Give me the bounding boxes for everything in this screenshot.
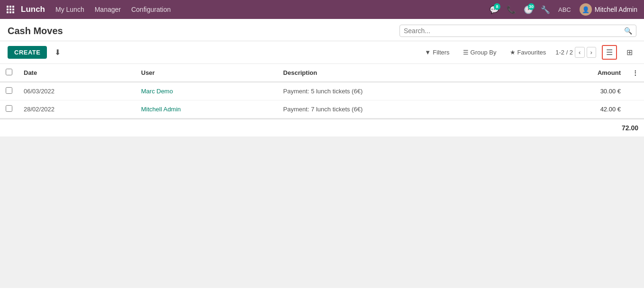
row-options-cell	[626, 100, 644, 118]
avatar: 👤	[580, 3, 592, 16]
menu-my-lunch[interactable]: My Lunch	[51, 4, 89, 15]
user-column-header: User	[136, 64, 278, 82]
group-by-label: Group By	[471, 49, 497, 56]
amount-cell: 30.00 €	[530, 82, 626, 100]
description-cell: Payment: 5 lunch tickets (6€)	[278, 82, 530, 100]
user-link[interactable]: Marc Demo	[141, 88, 173, 95]
row-options-cell	[626, 82, 644, 100]
messages-badge: 8	[494, 3, 500, 10]
pagination-next-button[interactable]: ›	[587, 47, 596, 58]
description-column-header: Description	[278, 64, 530, 82]
menu-configuration[interactable]: Configuration	[127, 4, 175, 15]
table-footer: 72.00	[0, 118, 644, 136]
group-by-icon: ☰	[463, 49, 469, 56]
menu-manager[interactable]: Manager	[90, 4, 126, 15]
date-cell: 28/02/2022	[18, 100, 136, 118]
favourites-label: Favourites	[517, 49, 546, 56]
search-bar[interactable]: 🔍	[399, 25, 636, 37]
row-checkbox[interactable]	[6, 87, 12, 94]
user-menu-button[interactable]: 👤 Mitchell Admin	[577, 2, 640, 17]
description-cell: Payment: 7 lunch tickets (6€)	[278, 100, 530, 118]
list-view-icon: ☰	[606, 48, 613, 57]
row-checkbox[interactable]	[6, 105, 12, 112]
wrench-icon: 🔧	[541, 5, 550, 14]
empty-area	[0, 136, 644, 288]
data-table: Date User Description Amount ⋮ 06/03/202…	[0, 64, 644, 118]
filters-button[interactable]: ▼ Filters	[421, 47, 453, 58]
download-icon: ⬇	[54, 48, 61, 56]
column-options-button[interactable]: ⋮	[626, 64, 644, 82]
phone-icon: 📞	[507, 5, 516, 14]
action-right: ▼ Filters ☰ Group By ★ Favourites 1-2 / …	[421, 45, 636, 60]
apps-grid-icon	[7, 6, 14, 13]
row-checkbox-cell[interactable]	[0, 100, 18, 118]
kanban-view-icon: ⊞	[626, 48, 633, 57]
messages-button[interactable]: 💬 8	[487, 2, 501, 17]
action-left: CREATE ⬇	[8, 46, 64, 59]
total-amount: 72.00	[622, 124, 638, 132]
phone-button[interactable]: 📞	[504, 2, 518, 17]
user-link[interactable]: Mitchell Admin	[141, 106, 181, 113]
amount-column-header: Amount	[530, 64, 626, 82]
user-cell[interactable]: Mitchell Admin	[136, 100, 278, 118]
activity-badge: 30	[528, 3, 535, 10]
favourites-button[interactable]: ★ Favourites	[506, 47, 550, 58]
topnav-right-actions: 💬 8 📞 🕐 30 🔧 ABC 👤 Mitchell Admin	[487, 2, 640, 17]
search-icon: 🔍	[624, 27, 632, 35]
settings-button[interactable]: 🔧	[538, 2, 553, 17]
activity-button[interactable]: 🕐 30	[521, 2, 535, 17]
row-checkbox-cell[interactable]	[0, 82, 18, 100]
amount-cell: 42.00 €	[530, 100, 626, 118]
filters-label: Filters	[433, 49, 449, 56]
filter-icon: ▼	[425, 49, 431, 56]
table-row: 28/02/2022 Mitchell Admin Payment: 7 lun…	[0, 100, 644, 118]
create-button[interactable]: CREATE	[8, 46, 47, 59]
pagination-text: 1-2 / 2	[555, 49, 573, 56]
search-input[interactable]	[404, 27, 624, 35]
kanban-view-button[interactable]: ⊞	[623, 45, 636, 59]
user-name: Mitchell Admin	[595, 6, 637, 13]
page-title: Cash Moves	[8, 26, 63, 36]
table-row: 06/03/2022 Marc Demo Payment: 5 lunch ti…	[0, 82, 644, 100]
group-by-button[interactable]: ☰ Group By	[459, 47, 500, 58]
main-content: Cash Moves 🔍 CREATE ⬇ ▼ Filters ☰ Group …	[0, 19, 644, 298]
top-menu: My Lunch Manager Configuration	[51, 4, 485, 15]
select-all-checkbox[interactable]	[6, 69, 12, 75]
pagination-prev-button[interactable]: ‹	[575, 47, 584, 58]
download-button[interactable]: ⬇	[51, 46, 64, 59]
user-cell[interactable]: Marc Demo	[136, 82, 278, 100]
page-header: Cash Moves 🔍	[0, 19, 644, 41]
select-all-header[interactable]	[0, 64, 18, 82]
date-column-header: Date	[18, 64, 136, 82]
app-brand: Lunch	[21, 5, 45, 14]
pagination: 1-2 / 2 ‹ ›	[555, 47, 596, 58]
list-view-button[interactable]: ☰	[602, 45, 617, 60]
action-bar: CREATE ⬇ ▼ Filters ☰ Group By ★ Favourit…	[0, 41, 644, 64]
star-icon: ★	[510, 49, 516, 56]
apps-menu-button[interactable]	[4, 3, 17, 16]
date-cell: 06/03/2022	[18, 82, 136, 100]
abc-label: ABC	[555, 5, 574, 14]
top-navigation: Lunch My Lunch Manager Configuration 💬 8…	[0, 0, 644, 19]
